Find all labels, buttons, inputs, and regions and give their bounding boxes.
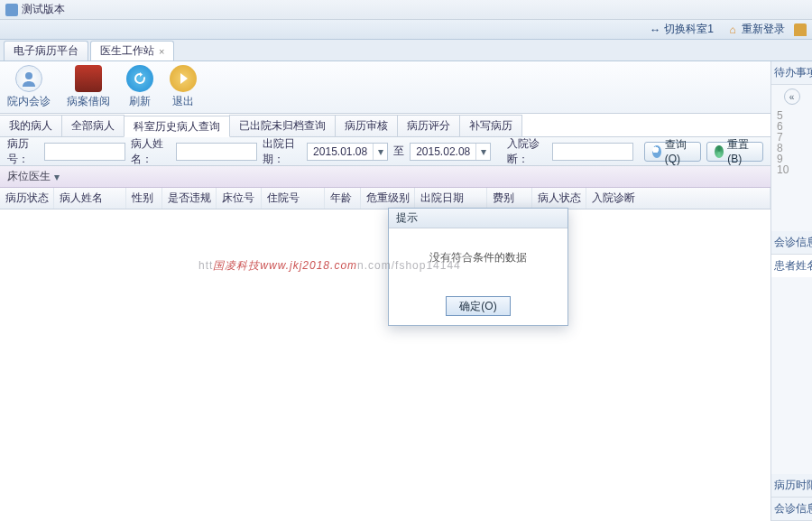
switch-department-label: 切换科室1 (664, 22, 714, 37)
home-icon: ⌂ (726, 23, 739, 36)
grid-header: 病历状态 病人姓名 性别 是否违规 床位号 住院号 年龄 危重级别 出院日期 费… (0, 188, 770, 209)
section-time-limit[interactable]: 病历时限 (771, 474, 812, 498)
collapse-icon[interactable]: « (784, 88, 800, 105)
section-todo[interactable]: 待办事项 (771, 61, 812, 85)
patient-subtabs: 我的病人 全部病人 科室历史病人查询 已出院未归档查询 病历审核 病历评分 补写… (0, 114, 770, 137)
chevron-down-icon[interactable]: ▾ (475, 144, 490, 160)
lock-icon[interactable] (794, 23, 807, 36)
grid-body (0, 209, 770, 521)
dialog-title: 提示 (389, 209, 567, 228)
col-record-status[interactable]: 病历状态 (0, 188, 54, 209)
col-patient-name[interactable]: 病人姓名 (54, 188, 126, 209)
switch-icon: ↔ (649, 23, 661, 36)
todo-numbers: 567 8910 (771, 108, 812, 177)
right-side-panel: 待办事项 « 567 8910 会诊信息 患者姓名 病历时限 会诊信息 (771, 61, 812, 521)
patient-name-input[interactable] (176, 143, 257, 161)
top-bar: ↔ 切换科室1 ⌂ 重新登录 (0, 20, 812, 40)
date-from-value: 2015.01.08 (308, 145, 373, 158)
col-fee-type[interactable]: 费别 (487, 188, 532, 209)
subtab-discharged-query[interactable]: 已出院未归档查询 (229, 115, 336, 136)
section-consult-info[interactable]: 会诊信息 (771, 231, 812, 255)
col-patient-status[interactable]: 病人状态 (532, 188, 586, 209)
message-dialog: 提示 没有符合条件的数据 确定(O) (388, 208, 568, 326)
subtab-write[interactable]: 补写病历 (459, 115, 522, 136)
ribbon-toolbar: 院内会诊 病案借阅 刷新 退出 (0, 61, 770, 114)
section-patient-name: 患者姓名 (771, 255, 812, 277)
refresh-button[interactable]: 刷新 (126, 65, 153, 109)
discharge-date-label: 出院日期： (263, 136, 302, 167)
col-gender[interactable]: 性别 (126, 188, 162, 209)
reset-button[interactable]: 重置 (B) (706, 142, 763, 162)
ribbon-label: 病案借阅 (67, 94, 110, 109)
ribbon-label: 刷新 (129, 94, 151, 109)
dialog-message: 没有符合条件的数据 (389, 228, 567, 287)
relogin-label: 重新登录 (742, 22, 785, 37)
tab-label: 医生工作站 (100, 43, 154, 59)
books-icon (75, 65, 102, 92)
patient-name-label: 病人姓名： (131, 136, 171, 167)
subtab-history-query[interactable]: 科室历史病人查询 (124, 116, 230, 137)
ribbon-label: 退出 (172, 94, 194, 109)
tab-label: 电子病历平台 (14, 43, 78, 59)
app-icon (5, 4, 18, 16)
col-admit-diag[interactable]: 入院诊断 (586, 188, 770, 209)
search-button-label: 查询 (Q) (665, 137, 694, 165)
admit-diag-input[interactable] (552, 143, 633, 161)
svg-point-0 (25, 72, 32, 79)
date-to-value: 2015.02.08 (411, 145, 475, 158)
bed-doctor-label: 床位医生 (7, 169, 51, 184)
date-to-label: 至 (393, 144, 404, 159)
col-inpatient-no[interactable]: 住院号 (262, 188, 325, 209)
window-title: 测试版本 (22, 2, 65, 17)
window-titlebar: 测试版本 (0, 0, 812, 20)
subtab-review[interactable]: 病历审核 (335, 115, 398, 136)
exit-button[interactable]: 退出 (170, 65, 197, 109)
record-no-input[interactable] (44, 143, 125, 161)
tab-doctor-workstation[interactable]: 医生工作站 × (90, 41, 174, 60)
col-bed-no[interactable]: 床位号 (217, 188, 262, 209)
close-icon[interactable]: × (159, 46, 164, 57)
section-consult-info-2[interactable]: 会诊信息 (771, 498, 812, 521)
refresh-icon (126, 65, 153, 92)
dialog-ok-button[interactable]: 确定(O) (446, 296, 510, 316)
exit-icon (170, 65, 197, 92)
col-age[interactable]: 年龄 (325, 188, 361, 209)
record-no-label: 病历号： (7, 136, 39, 167)
reset-button-label: 重置 (B) (727, 137, 755, 165)
ribbon-label: 院内会诊 (7, 94, 51, 109)
tab-emr-platform[interactable]: 电子病历平台 (4, 41, 88, 60)
relogin-link[interactable]: ⌂ 重新登录 (723, 20, 789, 39)
document-tabstrip: 电子病历平台 医生工作站 × (0, 40, 812, 61)
admit-diag-label: 入院诊断： (507, 136, 547, 167)
col-violation[interactable]: 是否违规 (162, 188, 217, 209)
switch-department-link[interactable]: ↔ 切换科室1 (645, 20, 717, 39)
doctor-icon (15, 65, 42, 92)
subtab-my-patients[interactable]: 我的病人 (0, 115, 62, 136)
filter-bar: 病历号： 病人姓名： 出院日期： 2015.01.08 ▾ 至 2015.02.… (0, 137, 770, 166)
subtab-score[interactable]: 病历评分 (397, 115, 460, 136)
search-button[interactable]: 查询 (Q) (644, 142, 702, 162)
subtab-all-patients[interactable]: 全部病人 (61, 115, 125, 136)
chevron-down-icon[interactable]: ▾ (373, 144, 387, 160)
col-severity[interactable]: 危重级别 (361, 188, 415, 209)
consult-button[interactable]: 院内会诊 (7, 65, 51, 109)
borrow-button[interactable]: 病案借阅 (67, 65, 110, 109)
date-to-field[interactable]: 2015.02.08 ▾ (410, 143, 491, 161)
date-from-field[interactable]: 2015.01.08 ▾ (307, 143, 388, 161)
col-discharge-date[interactable]: 出院日期 (415, 188, 487, 209)
bed-doctor-bar: 床位医生 ▾ (0, 166, 770, 188)
reset-icon (715, 145, 724, 158)
chevron-down-icon[interactable]: ▾ (54, 171, 60, 183)
search-icon (652, 145, 661, 158)
